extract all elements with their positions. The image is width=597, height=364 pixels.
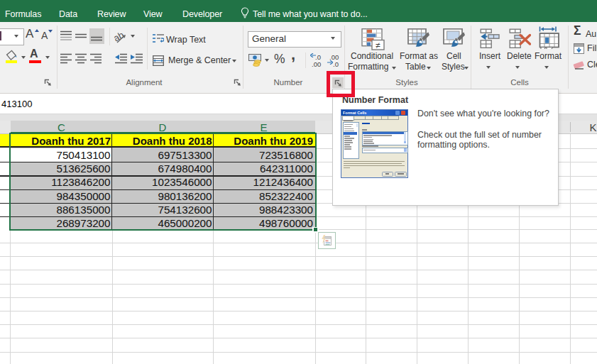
svg-text:≠: ≠ [376,40,380,50]
